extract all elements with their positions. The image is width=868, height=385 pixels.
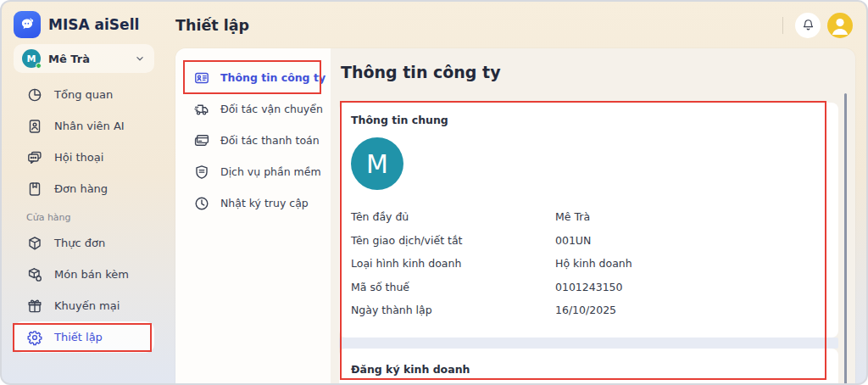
sidebar-nav: Tổng quan Nhân viên AI (14, 79, 154, 353)
sidebar-item-label: Thực đơn (54, 237, 105, 249)
sidebar-item-mon-ban-kem[interactable]: Món bán kèm (14, 259, 154, 290)
sidebar-section-label: Cửa hàng (14, 212, 154, 223)
general-info-card: Thông tin chung M Tên đầy đủ Mê Trà Tên … (339, 103, 838, 338)
app-window: MISA aiSell Thiết lập (0, 0, 868, 385)
sidebar-item-khuyen-mai[interactable]: Khuyến mại (14, 290, 154, 321)
company-avatar[interactable]: M (351, 137, 403, 190)
field-value: Mê Trà (555, 210, 826, 223)
store-avatar: M (22, 49, 41, 68)
field-value: 0101243150 (555, 281, 826, 293)
sidebar: M Mê Trà Tổng quan (14, 44, 154, 353)
settings-menu-item-doi-tac-van-chuyen[interactable]: Đối tác vận chuyển (175, 93, 331, 125)
field-label: Mã số thuế (351, 281, 555, 293)
id-card-icon (193, 70, 210, 86)
sidebar-item-thiet-lap[interactable]: Thiết lập (14, 321, 154, 353)
shield-icon (193, 164, 210, 181)
pie-chart-icon (26, 86, 43, 103)
sidebar-item-thuc-don[interactable]: Thực đơn (14, 227, 154, 259)
settings-menu-label: Đối tác thanh toán (220, 134, 320, 147)
sidebar-item-don-hang[interactable]: Đơn hàng (14, 173, 154, 204)
online-status-dot (36, 63, 42, 69)
store-name: Mê Trà (48, 53, 90, 65)
topbar-actions (782, 2, 853, 48)
company-fields: Tên đầy đủ Mê Trà Tên giao dịch/viết tắt… (351, 205, 826, 322)
sidebar-item-label: Món bán kèm (54, 268, 129, 281)
package-addon-icon (26, 266, 43, 283)
field-row-ten-day-du: Tên đầy đủ Mê Trà (351, 205, 826, 229)
chat-bubbles-icon (26, 149, 43, 166)
top-bar: MISA aiSell Thiết lập (2, 2, 866, 48)
main-content: Thông tin công ty Thông tin chung M Tên … (331, 48, 855, 385)
settings-menu-item-doi-tac-thanh-toan[interactable]: Đối tác thanh toán (175, 125, 331, 156)
settings-menu-item-thong-tin-cong-ty[interactable]: Thông tin công ty (175, 62, 331, 93)
field-row-ngay-thanh-lap: Ngày thành lập 16/10/2025 (351, 299, 826, 322)
business-registration-card: Đăng ký kinh doanh (339, 349, 838, 385)
store-switcher[interactable]: M Mê Trà (14, 44, 154, 73)
misa-aisell-logo-icon (14, 11, 41, 38)
bell-icon (801, 18, 815, 32)
sidebar-item-label: Tổng quan (54, 88, 113, 101)
package-icon (26, 235, 43, 252)
truck-icon (193, 101, 210, 118)
field-value: Hộ kinh doanh (555, 257, 826, 270)
field-label: Tên đầy đủ (351, 210, 555, 223)
sidebar-item-hoi-thoai[interactable]: Hội thoại (14, 142, 154, 173)
section-title-registration: Đăng ký kinh doanh (351, 363, 826, 376)
field-label: Tên giao dịch/viết tắt (351, 234, 555, 247)
field-value: 001UN (555, 234, 826, 247)
field-row-ten-giao-dich: Tên giao dịch/viết tắt 001UN (351, 229, 826, 253)
clock-icon (193, 195, 210, 212)
user-avatar[interactable] (827, 13, 853, 38)
sidebar-item-nhan-vien-ai[interactable]: Nhân viên AI (14, 110, 154, 142)
sidebar-item-label: Thiết lập (54, 331, 103, 343)
field-label: Ngày thành lập (351, 304, 555, 316)
section-title-general: Thông tin chung (351, 114, 826, 126)
content-panel: Thông tin công ty Đối tác vận chuyển (175, 48, 855, 385)
settings-menu-label: Thông tin công ty (220, 71, 326, 84)
settings-menu-item-dich-vu-phan-mem[interactable]: Dịch vụ phần mềm (175, 156, 331, 187)
gear-icon (26, 329, 43, 346)
field-value: 16/10/2025 (555, 304, 826, 316)
settings-menu-label: Nhật ký truy cập (220, 197, 309, 209)
settings-menu-label: Đối tác vận chuyển (220, 103, 323, 115)
main-title: Thông tin công ty (341, 63, 838, 81)
field-row-ma-so-thue: Mã số thuế 0101243150 (351, 276, 826, 299)
orders-book-icon (26, 181, 43, 198)
topbar-divider (782, 17, 783, 34)
page-title: Thiết lập (175, 2, 249, 48)
chevron-down-icon (134, 53, 146, 64)
sidebar-item-label: Khuyến mại (54, 299, 120, 312)
field-label: Loại hình kinh doanh (351, 257, 555, 270)
sidebar-item-label: Nhân viên AI (54, 120, 125, 132)
settings-menu-label: Dịch vụ phần mềm (220, 165, 321, 178)
brand: MISA aiSell (14, 11, 139, 38)
sidebar-item-label: Hội thoại (54, 151, 103, 164)
card-gap (339, 338, 838, 349)
sidebar-item-tong-quan[interactable]: Tổng quan (14, 79, 154, 110)
ai-staff-badge-icon (26, 118, 43, 135)
content-scrollbar[interactable] (844, 93, 847, 385)
brand-name: MISA aiSell (48, 16, 139, 33)
person-icon (827, 13, 853, 38)
company-avatar-initial: M (366, 149, 388, 179)
gift-icon (26, 298, 43, 315)
notifications-button[interactable] (795, 13, 821, 38)
settings-menu-item-nhat-ky-truy-cap[interactable]: Nhật ký truy cập (175, 187, 331, 219)
sidebar-item-label: Đơn hàng (54, 182, 108, 195)
field-row-loai-hinh: Loại hình kinh doanh Hộ kinh doanh (351, 252, 826, 276)
credit-card-icon (193, 132, 210, 149)
settings-menu: Thông tin công ty Đối tác vận chuyển (175, 48, 331, 385)
